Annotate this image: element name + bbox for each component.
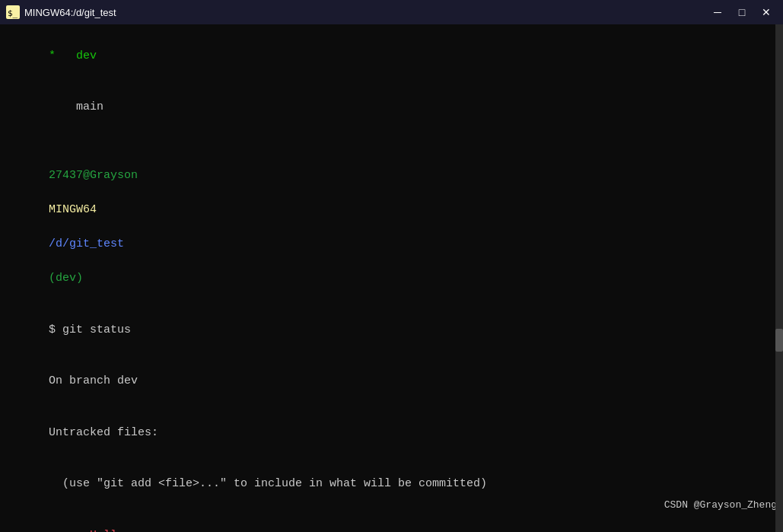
title-bar-left: $_ MINGW64:/d/git_test	[6, 5, 116, 19]
watermark: CSDN @Grayson_Zheng	[664, 499, 777, 511]
untracked-files: Untracked files:	[8, 407, 775, 459]
window-title: MINGW64:/d/git_test	[24, 7, 116, 18]
blank-line-1	[8, 133, 775, 151]
terminal-icon: $_	[6, 5, 20, 19]
svg-text:$_: $_	[8, 8, 18, 18]
cmd-git-status-1: $ git status	[8, 304, 775, 356]
terminal-body[interactable]: * dev main 27437@Grayson MINGW64 /d/git_…	[0, 24, 783, 532]
scrollbar-thumb[interactable]	[775, 329, 783, 352]
scrollbar[interactable]	[775, 24, 783, 532]
on-branch-dev-1: On branch dev	[8, 356, 775, 408]
branch-main-line: main	[8, 82, 775, 134]
close-button[interactable]: ✕	[756, 4, 777, 21]
terminal-window: $_ MINGW64:/d/git_test ─ □ ✕ * dev main …	[0, 0, 783, 532]
title-bar: $_ MINGW64:/d/git_test ─ □ ✕	[0, 0, 783, 24]
prompt-line-1: 27437@Grayson MINGW64 /d/git_test (dev)	[8, 151, 775, 305]
minimize-button[interactable]: ─	[707, 4, 728, 21]
branch-star-line: * dev	[8, 30, 775, 82]
maximize-button[interactable]: □	[731, 4, 753, 21]
untracked-hint: (use "git add <file>..." to include in w…	[8, 459, 775, 511]
hello-py-untracked: Hello.py	[8, 510, 775, 532]
window-controls: ─ □ ✕	[707, 4, 777, 21]
